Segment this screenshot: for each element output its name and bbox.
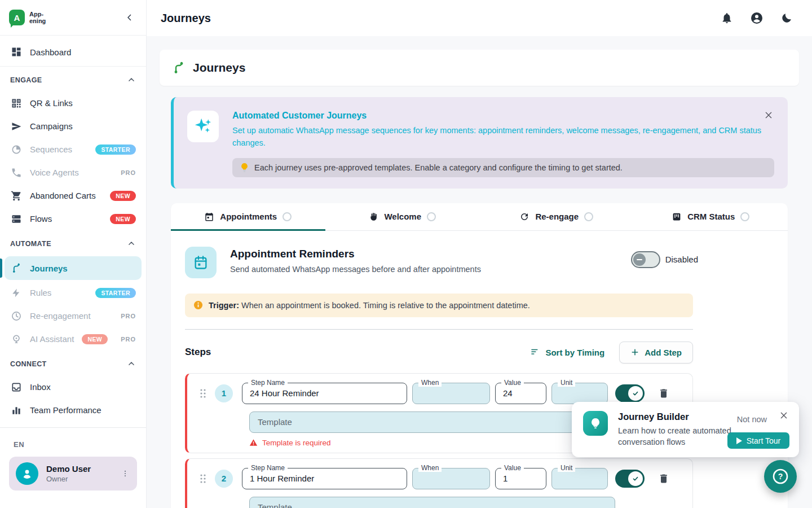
qr-code-icon [10, 97, 23, 110]
banner-close-icon[interactable] [764, 111, 773, 120]
drag-handle-icon[interactable] [200, 388, 208, 399]
tab-radio[interactable] [283, 212, 292, 221]
when-select[interactable]: When [412, 383, 490, 404]
step-name-field: Step Name [242, 468, 407, 489]
step-toggle[interactable] [615, 384, 645, 402]
page-header: Journeys [160, 50, 799, 86]
popup-title: Journey Builder [618, 411, 739, 422]
sidebar-item-label: Journeys [30, 264, 131, 273]
not-now-button[interactable]: Not now [737, 415, 767, 424]
journeys-route-icon [172, 61, 186, 75]
tab-re-engage[interactable]: Re-engage [479, 203, 634, 230]
sparkles-icon [187, 111, 219, 142]
sidebar-item-qr-links[interactable]: QR & Links [0, 91, 146, 115]
section-automate[interactable]: AUTOMATE [0, 233, 146, 255]
user-menu-icon[interactable] [119, 467, 131, 480]
dark-mode-moon-icon[interactable] [780, 12, 793, 24]
account-icon[interactable] [750, 11, 764, 25]
sidebar-item-dashboard[interactable]: Dashboard [0, 38, 146, 66]
steps-header: Steps Sort by Timing Add Step [185, 341, 693, 364]
notifications-bell-icon[interactable] [721, 12, 733, 24]
flows-icon [10, 213, 23, 225]
popup-close-icon[interactable] [778, 410, 789, 421]
journeys-route-icon [10, 262, 23, 274]
cart-icon [10, 190, 23, 202]
sidebar-item-ai-assistant[interactable]: AI Assistant NEW PRO [0, 327, 146, 351]
sidebar-item-abandoned-carts[interactable]: Abandoned Carts NEW [0, 184, 146, 207]
category-tabs: Appointments Welcome Re-engage CRM Statu… [171, 203, 788, 231]
info-icon [193, 300, 203, 310]
trigger-banner: Trigger: When an appointment is booked. … [185, 294, 693, 317]
unit-select[interactable]: Unit [551, 383, 608, 404]
section-engage[interactable]: ENGAGE [0, 69, 146, 91]
kanban-icon [672, 212, 682, 222]
category-header: Appointment Reminders Send automated Wha… [171, 231, 712, 278]
banner-title: Automated Customer Journeys [232, 111, 774, 121]
app-logo: A App- ening [9, 10, 46, 25]
sidebar-item-activity-heatmap[interactable]: Activity Heatmap [0, 422, 146, 427]
unit-select[interactable]: Unit [551, 468, 608, 489]
page-title: Journeys [193, 61, 245, 75]
tab-radio[interactable] [427, 212, 436, 221]
template-select[interactable]: Template [249, 497, 615, 508]
sort-by-timing-button[interactable]: Sort by Timing [530, 347, 604, 357]
step-toggle[interactable] [615, 470, 645, 488]
sidebar-item-flows[interactable]: Flows NEW [0, 207, 146, 230]
journeys-panel: Appointments Welcome Re-engage CRM Statu… [171, 203, 788, 508]
category-title: Appointment Reminders [230, 248, 481, 260]
tab-radio[interactable] [740, 212, 749, 221]
sidebar-item-rules[interactable]: Rules STARTER [0, 281, 146, 304]
banner-tip: Each journey uses pre-approved templates… [232, 158, 774, 177]
starter-badge: STARTER [95, 144, 136, 155]
template-select[interactable]: Template [249, 411, 615, 433]
tab-welcome[interactable]: Welcome [325, 203, 480, 230]
refresh-icon [519, 212, 529, 222]
sidebar-item-team-performance[interactable]: Team Performance [0, 398, 146, 422]
active-indicator [0, 259, 2, 278]
sidebar-header: A App- ening [0, 0, 146, 36]
tab-radio[interactable] [584, 212, 593, 221]
sidebar-item-label: Abandoned Carts [30, 191, 103, 200]
sidebar-item-inbox[interactable]: Inbox [0, 375, 146, 398]
step-card-2: 2 Step Name When Value Unit [185, 458, 693, 508]
toggle-status-label: Disabled [665, 255, 698, 264]
sidebar-collapse-icon[interactable] [122, 10, 137, 25]
section-connect[interactable]: CONNECT [0, 353, 146, 375]
sidebar-item-re-engagement[interactable]: Re-engagement PRO [0, 304, 146, 327]
sidebar-item-sequences[interactable]: Sequences STARTER [0, 138, 146, 161]
user-avatar [16, 462, 38, 485]
warning-triangle-icon [249, 439, 258, 446]
delete-step-icon[interactable] [658, 388, 669, 399]
help-button[interactable]: ? [764, 460, 797, 493]
value-field: Value [495, 383, 546, 404]
start-tour-button[interactable]: Start Tour [727, 432, 789, 449]
new-badge: NEW [82, 334, 108, 344]
calendar-icon [185, 247, 217, 278]
tab-crm-status[interactable]: CRM Status [634, 203, 788, 230]
divider [185, 329, 693, 330]
lightbulb-icon [583, 411, 608, 436]
category-toggle[interactable] [631, 251, 660, 268]
sort-icon [530, 347, 540, 357]
sidebar-item-voice-agents[interactable]: Voice Agents PRO [0, 161, 146, 184]
tab-appointments[interactable]: Appointments [171, 203, 325, 230]
pro-tag: PRO [121, 169, 136, 176]
ai-assistant-icon [10, 333, 23, 345]
when-select[interactable]: When [412, 468, 490, 489]
trigger-text: When an appointment is booked. Timing is… [241, 301, 530, 310]
sidebar-item-label: Dashboard [30, 47, 136, 57]
sidebar-item-campaigns[interactable]: Campaigns [0, 115, 146, 138]
sidebar-item-journeys[interactable]: Journeys [5, 256, 142, 280]
lightbulb-icon [240, 163, 249, 173]
sidebar: A App- ening Dashboard ENGAGE QR & Links… [0, 0, 147, 508]
bolt-icon [10, 287, 23, 299]
value-field: Value [495, 468, 546, 489]
sidebar-item-label: QR & Links [30, 98, 136, 108]
drag-handle-icon[interactable] [200, 473, 208, 484]
delete-step-icon[interactable] [658, 473, 669, 484]
phone-icon [10, 167, 23, 179]
add-step-button[interactable]: Add Step [619, 341, 693, 364]
user-card[interactable]: Demo User Owner [9, 457, 137, 491]
toggle-knob [633, 253, 646, 266]
toggle-knob [628, 471, 643, 486]
